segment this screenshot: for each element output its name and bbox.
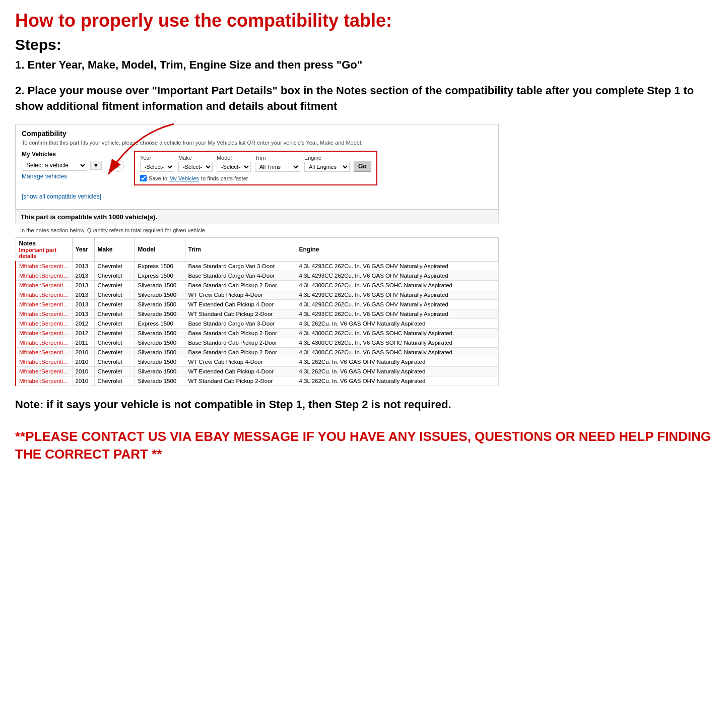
engine-cell: 4.3L 4300CC 262Cu. In. V6 GAS SOHC Natur… <box>296 338 499 348</box>
notes-cell: Mfrlabel:Serpentine ... <box>16 329 72 338</box>
notes-cell: Mfrlabel:Serpentine ... <box>16 357 72 367</box>
table-row: Mfrlabel:Serpentine ....2013ChevroletSil… <box>16 281 499 290</box>
year-cell: 2010 <box>72 367 94 376</box>
my-vehicles-label: My Vehicles <box>22 151 102 158</box>
year-cell: 2013 <box>72 262 94 271</box>
table-row: Mfrlabel:Serpentine....2013ChevroletExpr… <box>16 271 499 281</box>
trim-cell: Base Standard Cargo Van 3-Door <box>185 262 296 271</box>
save-checkbox[interactable] <box>140 175 147 181</box>
make-cell: Chevrolet <box>94 319 135 329</box>
make-cell: Chevrolet <box>94 290 135 300</box>
notes-cell: Mfrlabel:Serpentine .... <box>16 281 72 290</box>
my-vehicles-section: My Vehicles Select a vehicle ▼ Manage ve… <box>22 151 102 200</box>
engine-label: Engine <box>304 155 350 161</box>
compat-subtitle: To confirm that this part fits your vehi… <box>22 140 492 146</box>
model-cell: Silverado 1500 <box>135 367 185 376</box>
model-cell: Silverado 1500 <box>135 357 185 367</box>
year-select[interactable]: -Select- <box>140 162 174 172</box>
year-cell: 2013 <box>72 290 94 300</box>
save-row: Save to My Vehicles to finds parts faste… <box>140 175 371 181</box>
trim-cell: WT Standard Cab Pickup 2-Door <box>185 309 296 319</box>
year-label: Year <box>140 155 174 161</box>
year-cell: 2013 <box>72 309 94 319</box>
make-cell: Chevrolet <box>94 300 135 309</box>
col-make: Make <box>94 238 135 262</box>
model-cell: Silverado 1500 <box>135 376 185 386</box>
notes-cell: Mfrlabel:Serpentine ... <box>16 319 72 329</box>
vehicle-select[interactable]: Select a vehicle <box>22 160 87 171</box>
engine-cell: 4.3L 4293CC 262Cu. In. V6 GAS OHV Natura… <box>296 262 499 271</box>
year-cell: 2012 <box>72 329 94 338</box>
engine-field-group: Engine All Engines <box>304 155 350 172</box>
make-cell: Chevrolet <box>94 262 135 271</box>
notes-cell: Mfrlabel:Serpentine ... <box>16 348 72 357</box>
table-row: Mfrlabel:Serpentine ...2011ChevroletSilv… <box>16 338 499 348</box>
table-row: Mfrlabel:Serpentine ...2010ChevroletSilv… <box>16 367 499 376</box>
trim-cell: Base Standard Cab Pickup 2-Door <box>185 338 296 348</box>
trim-cell: WT Standard Cab Pickup 2-Door <box>185 376 296 386</box>
table-row: Mfrlabel:Serpentine...2010ChevroletSilve… <box>16 376 499 386</box>
table-row: Mfrlabel:Serpentine ...2013ChevroletSilv… <box>16 290 499 300</box>
model-cell: Express 1500 <box>135 319 185 329</box>
engine-cell: 4.3L 262Cu. In. V6 GAS OHV Naturally Asp… <box>296 357 499 367</box>
model-select[interactable]: -Select- <box>217 162 251 172</box>
model-cell: Silverado 1500 <box>135 309 185 319</box>
make-cell: Chevrolet <box>94 309 135 319</box>
step2-text: 2. Place your mouse over "Important Part… <box>15 83 713 114</box>
trim-cell: Base Standard Cargo Van 3-Door <box>185 319 296 329</box>
step1-text: 1. Enter Year, Make, Model, Trim, Engine… <box>15 57 713 73</box>
engine-cell: 4.3L 4300CC 262Cu. In. V6 GAS SOHC Natur… <box>296 329 499 338</box>
important-part-header: Important part details <box>19 247 69 259</box>
dropdown-arrow-icon[interactable]: ▼ <box>90 161 102 170</box>
year-cell: 2010 <box>72 376 94 386</box>
make-select[interactable]: -Select- <box>178 162 213 172</box>
notes-cell: Mfrlabel:Serpentine ... <box>16 309 72 319</box>
year-cell: 2010 <box>72 348 94 357</box>
table-row: Mfrlabel:Serpentine ...2013ChevroletSilv… <box>16 300 499 309</box>
table-row: Mfrlabel:Serpentine ...2010ChevroletSilv… <box>16 357 499 367</box>
notes-header: Notes <box>19 240 36 247</box>
save-text: Save to <box>149 175 167 181</box>
engine-cell: 4.3L 4293CC 262Cu. In. V6 GAS OHV Natura… <box>296 300 499 309</box>
col-model: Model <box>135 238 185 262</box>
trim-field-group: Trim All Trims <box>255 155 300 172</box>
contact-text: **PLEASE CONTACT US VIA EBAY MESSAGE IF … <box>15 428 713 463</box>
notes-cell: Mfrlabel:Serpentine ... <box>16 290 72 300</box>
show-all-link[interactable]: [show all compatible vehicles] <box>22 193 102 200</box>
notes-cell: Mfrlabel:Serpentine.... <box>16 271 72 281</box>
engine-cell: 4.3L 4293CC 262Cu. In. V6 GAS OHV Natura… <box>296 290 499 300</box>
note-text: Note: if it says your vehicle is not com… <box>15 397 713 413</box>
engine-cell: 4.3L 4300CC 262Cu. In. V6 GAS SOHC Natur… <box>296 348 499 357</box>
table-row: Mfrlabel:Serpentine ...2012ChevroletSilv… <box>16 329 499 338</box>
trim-select[interactable]: All Trims <box>255 162 300 172</box>
trim-cell: WT Extended Cab Pickup 4-Door <box>185 367 296 376</box>
make-field-group: Make -Select- <box>178 155 213 172</box>
model-cell: Silverado 1500 <box>135 300 185 309</box>
save-suffix: to finds parts faster <box>201 175 248 181</box>
make-cell: Chevrolet <box>94 281 135 290</box>
engine-cell: 4.3L 4293CC 262Cu. In. V6 GAS OHV Natura… <box>296 271 499 281</box>
go-button[interactable]: Go <box>354 161 371 172</box>
notes-cell: Mfrlabel:Serpentine... <box>16 376 72 386</box>
trim-cell: WT Crew Cab Pickup 4-Door <box>185 290 296 300</box>
year-cell: 2013 <box>72 300 94 309</box>
compatible-count-bar: This part is compatible with 1000 vehicl… <box>15 210 499 224</box>
year-cell: 2010 <box>72 357 94 367</box>
col-notes: Notes Important part details <box>16 238 72 262</box>
my-vehicles-save-link[interactable]: My Vehicles <box>169 175 199 181</box>
manage-vehicles-link[interactable]: Manage vehicles <box>22 173 102 180</box>
notes-cell: Mfrlabel:Serpentine ... <box>16 367 72 376</box>
or-divider: or <box>112 160 124 172</box>
engine-select[interactable]: All Engines <box>304 162 350 172</box>
engine-cell: 4.3L 4300CC 262Cu. In. V6 GAS SOHC Natur… <box>296 281 499 290</box>
model-field-group: Model -Select- <box>217 155 251 172</box>
trim-cell: Base Standard Cab Pickup 2-Door <box>185 281 296 290</box>
table-row: Mfrlabel:Serpentine ...2013ChevroletSilv… <box>16 309 499 319</box>
engine-cell: 4.3L 4293CC 262Cu. In. V6 GAS OHV Natura… <box>296 309 499 319</box>
trim-cell: WT Extended Cab Pickup 4-Door <box>185 300 296 309</box>
trim-label: Trim <box>255 155 300 161</box>
col-engine: Engine <box>296 238 499 262</box>
table-row: Mfrlabel:Serpentine ...2012ChevroletExpr… <box>16 319 499 329</box>
model-cell: Express 1500 <box>135 271 185 281</box>
table-row: Mfrlabel:Serpentine ....2013ChevroletExp… <box>16 262 499 271</box>
